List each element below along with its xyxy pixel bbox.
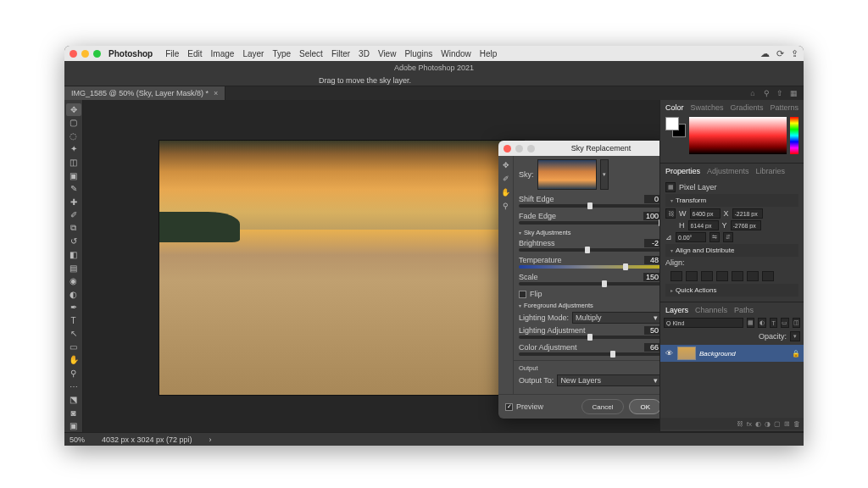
sky-adjustments-section[interactable]: Sky Adjustments	[519, 229, 659, 236]
dialog-titlebar[interactable]: Sky Replacement	[498, 141, 659, 156]
tab-libraries[interactable]: Libraries	[756, 167, 786, 175]
y-field[interactable]	[731, 220, 761, 230]
menu-layer[interactable]: Layer	[242, 49, 264, 58]
quickmask-icon[interactable]: ◙	[66, 407, 81, 419]
wand-tool[interactable]: ✦	[66, 143, 81, 156]
menu-file[interactable]: File	[165, 49, 179, 58]
sky-preset-thumb[interactable]	[537, 159, 597, 190]
foreground-adjustments-section[interactable]: Foreground Adjustments	[519, 302, 659, 309]
layer-name[interactable]: Background	[699, 350, 788, 358]
doc-dimensions[interactable]: 4032 px x 3024 px (72 ppi)	[102, 435, 192, 444]
menu-help[interactable]: Help	[480, 49, 498, 58]
canvas-area[interactable]: Sky Replacement ✥ ✐ ✋ ⚲ Sky: ▾	[83, 100, 659, 432]
fx-icon[interactable]: fx	[747, 420, 752, 428]
link-icon[interactable]: ⛓	[665, 208, 676, 219]
home-icon[interactable]: ⌂	[748, 88, 758, 98]
share-icon[interactable]: ⇧	[775, 88, 785, 98]
brush-tool[interactable]: ✐	[66, 209, 81, 222]
tab-swatches[interactable]: Swatches	[691, 103, 724, 112]
stamp-tool[interactable]: ⧉	[66, 222, 81, 235]
filter-shape-icon[interactable]: ▭	[781, 318, 788, 328]
filter-smart-icon[interactable]: ◫	[793, 318, 800, 328]
color-swap-icon[interactable]: ⬔	[66, 393, 81, 406]
workspace-icon[interactable]: ▦	[788, 88, 798, 98]
align-bottom-icon[interactable]	[747, 271, 759, 281]
checkbox-icon[interactable]: ✓	[505, 403, 513, 411]
dodge-tool[interactable]: ◐	[66, 288, 81, 301]
shift-edge-slider[interactable]: Shift Edge0	[519, 195, 659, 208]
tab-layers[interactable]: Layers	[665, 306, 688, 314]
scale-slider[interactable]: Scale150	[519, 273, 659, 286]
frame-tool[interactable]: ▣	[66, 169, 81, 182]
align-right-icon[interactable]	[701, 271, 713, 281]
menu-select[interactable]: Select	[299, 49, 323, 58]
eyedropper-tool[interactable]: ✎	[66, 182, 81, 195]
zoom-window-icon[interactable]	[93, 50, 101, 58]
transform-section[interactable]: Transform	[665, 194, 798, 207]
filter-pixel-icon[interactable]: ▦	[747, 318, 754, 328]
screenmode-icon[interactable]: ▣	[66, 420, 81, 433]
align-section[interactable]: Align and Distribute	[665, 244, 798, 257]
search-icon[interactable]: ⚲	[761, 88, 771, 98]
marquee-tool[interactable]: ▢	[66, 117, 81, 130]
quick-actions-section[interactable]: Quick Actions	[665, 284, 798, 297]
edit-toolbar-icon[interactable]: ⋯	[66, 380, 81, 393]
align-more-icon[interactable]	[762, 271, 774, 281]
hue-strip[interactable]	[790, 117, 798, 154]
visibility-icon[interactable]: 👁	[664, 349, 674, 358]
minimize-window-icon[interactable]	[81, 50, 89, 58]
tab-properties[interactable]: Properties	[665, 167, 700, 175]
lock-icon[interactable]: 🔒	[792, 350, 800, 358]
tab-adjustments[interactable]: Adjustments	[707, 167, 749, 175]
dialog-brush-tool[interactable]: ✐	[500, 173, 512, 185]
heal-tool[interactable]: ✚	[66, 196, 81, 208]
checkbox-icon[interactable]	[519, 291, 526, 298]
zoom-level[interactable]: 50%	[70, 435, 85, 444]
flip-h-icon[interactable]: ⇋	[709, 232, 720, 242]
sky-preset-dropdown[interactable]: ▾	[600, 159, 609, 190]
menu-window[interactable]: Window	[441, 49, 471, 58]
tab-paths[interactable]: Paths	[734, 306, 754, 314]
cancel-button[interactable]: Cancel	[581, 399, 625, 414]
menu-edit[interactable]: Edit	[187, 49, 202, 58]
color-adjustment-slider[interactable]: Color Adjustment66	[519, 343, 659, 356]
lasso-tool[interactable]: ◌	[66, 130, 81, 142]
height-field[interactable]	[688, 220, 719, 230]
adjust-layer-icon[interactable]: ◑	[765, 420, 771, 428]
output-to-select[interactable]: New Layers▾	[557, 374, 659, 386]
ok-button[interactable]: OK	[629, 399, 659, 414]
eraser-tool[interactable]: ◧	[66, 248, 81, 261]
sync-icon[interactable]: ⟳	[776, 48, 784, 59]
align-left-icon[interactable]	[670, 271, 682, 281]
tab-gradients[interactable]: Gradients	[731, 103, 764, 112]
group-icon[interactable]: ▢	[774, 420, 781, 428]
flip-checkbox[interactable]: Flip	[519, 290, 659, 298]
close-window-icon[interactable]	[70, 50, 77, 58]
angle-field[interactable]	[676, 232, 706, 242]
preview-checkbox[interactable]: ✓ Preview	[505, 402, 543, 411]
filter-type-icon[interactable]: T	[770, 318, 777, 328]
move-tool[interactable]: ✥	[66, 103, 81, 116]
fg-bg-swatch[interactable]	[665, 117, 686, 137]
align-hcenter-icon[interactable]	[686, 271, 698, 281]
link-layers-icon[interactable]: ⛓	[737, 420, 743, 428]
menu-view[interactable]: View	[378, 49, 397, 58]
trash-icon[interactable]: 🗑	[793, 420, 800, 428]
layer-filter-field[interactable]	[664, 318, 743, 328]
history-brush-tool[interactable]: ↺	[66, 236, 81, 248]
layer-background[interactable]: 👁 Background 🔒	[660, 345, 804, 362]
lighting-adjustment-slider[interactable]: Lighting Adjustment50	[519, 326, 659, 339]
wifi-icon[interactable]: ⇪	[791, 48, 798, 59]
width-field[interactable]	[690, 208, 721, 219]
temperature-slider[interactable]: Temperature48	[519, 256, 659, 269]
menu-plugins[interactable]: Plugins	[404, 49, 432, 58]
mask-icon[interactable]: ◐	[755, 420, 761, 428]
brightness-slider[interactable]: Brightness-2	[519, 239, 659, 252]
x-field[interactable]	[732, 208, 763, 219]
filter-adjust-icon[interactable]: ◐	[758, 318, 765, 328]
layer-thumb[interactable]	[677, 347, 696, 360]
menu-image[interactable]: Image	[211, 49, 235, 58]
flip-v-icon[interactable]: ⇵	[723, 232, 733, 242]
tab-channels[interactable]: Channels	[695, 306, 727, 314]
new-layer-icon[interactable]: ⊞	[784, 420, 790, 428]
